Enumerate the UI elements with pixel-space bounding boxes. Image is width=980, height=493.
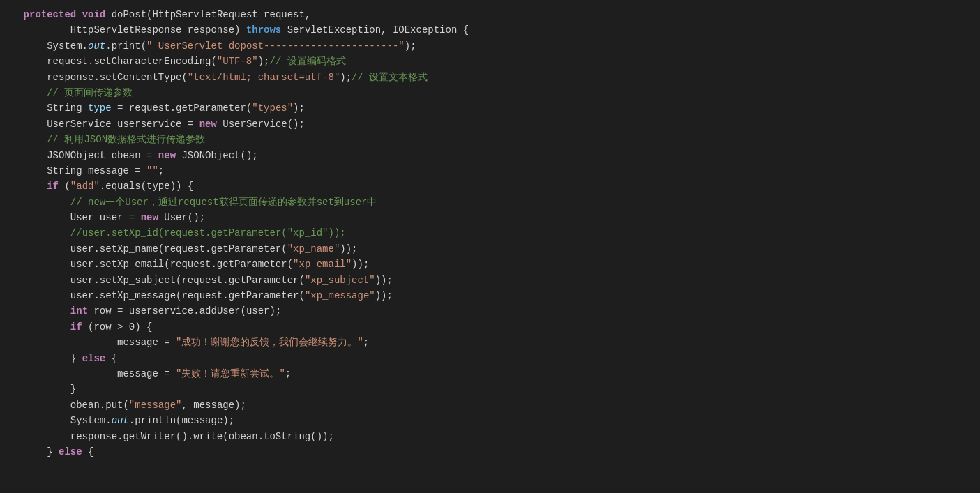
line-content: String type = request.getParameter("type… — [0, 100, 973, 116]
token: "" — [146, 165, 158, 176]
token: response.setContentType( — [0, 72, 188, 83]
code-line: // 页面间传递参数 — [0, 85, 980, 100]
token: else — [82, 353, 106, 364]
token: .print( — [105, 40, 146, 52]
token: "xp_subject" — [305, 275, 375, 286]
line-content: System.out.println(message); — [0, 413, 973, 428]
token: "add" — [70, 181, 100, 192]
token: new — [158, 150, 176, 161]
line-content: UserService userservice = new UserServic… — [0, 116, 973, 132]
code-line: obean.put("message", message); — [0, 397, 980, 413]
token: } — [0, 384, 76, 395]
code-line: message = "失败！请您重新尝试。"; — [0, 366, 980, 381]
token: } — [0, 353, 82, 364]
code-line: user.setXp_subject(request.getParameter(… — [0, 273, 980, 288]
token: )); — [340, 243, 357, 255]
code-line: message = "成功！谢谢您的反馈，我们会继续努力。"; — [0, 335, 980, 350]
line-content: request.setCharacterEncoding("UTF-8");//… — [0, 54, 973, 69]
token: response.getWriter().write(obean.toStrin… — [0, 431, 334, 442]
code-line: //user.setXp_id(request.getParameter("xp… — [0, 225, 980, 241]
line-content: user.setXp_subject(request.getParameter(… — [0, 273, 973, 288]
token: type — [88, 103, 112, 114]
line-content: int row = userservice.addUser(user); — [0, 303, 973, 319]
token: // 页面间传递参数 — [47, 87, 133, 98]
token: // new一个User，通过request获得页面传递的参数并set到user… — [70, 197, 377, 208]
line-content: if ("add".equals(type)) { — [0, 179, 973, 194]
token: )); — [352, 259, 369, 270]
token: HttpServletResponse response) — [0, 24, 246, 36]
code-line: user.setXp_name(request.getParameter("xp… — [0, 241, 980, 257]
token: if — [47, 181, 59, 192]
line-content: } else { — [0, 444, 973, 460]
token: else — [59, 446, 82, 457]
line-content: JSONObject obean = new JSONObject(); — [0, 148, 973, 163]
line-content: System.out.print(" UserServlet dopost---… — [0, 38, 973, 54]
token: user.setXp_email(request.getParameter( — [0, 259, 293, 270]
token — [0, 227, 70, 238]
token: JSONObject(); — [176, 150, 258, 161]
token: UserService userservice = — [0, 119, 199, 130]
code-line: HttpServletResponse response) throws Ser… — [0, 22, 980, 38]
line-content: User user = new User(); — [0, 210, 973, 225]
token: protected — [24, 9, 77, 20]
token: ServletException, IOException { — [281, 24, 469, 36]
line-content: user.setXp_message(request.getParameter(… — [0, 288, 973, 303]
code-line: protected void doPost(HttpServletRequest… — [0, 7, 980, 22]
token: row = userservice.addUser(user); — [88, 305, 281, 317]
token: JSONObject obean = — [0, 150, 158, 161]
line-content: // 利用JSON数据格式进行传递参数 — [0, 132, 973, 147]
token: "text/html; charset=utf-8" — [188, 72, 340, 83]
token: "失败！请您重新尝试。" — [176, 368, 285, 379]
code-line: JSONObject obean = new JSONObject(); — [0, 148, 980, 163]
token — [0, 87, 47, 98]
code-line: UserService userservice = new UserServic… — [0, 116, 980, 132]
token: } — [0, 446, 59, 457]
code-line: } — [0, 381, 980, 397]
code-line: } else { — [0, 351, 980, 366]
token: user.setXp_message(request.getParameter( — [0, 290, 305, 301]
line-content: message = "失败！请您重新尝试。"; — [0, 366, 973, 381]
token: ; — [158, 165, 164, 176]
token: , message); — [181, 400, 246, 411]
line-content: HttpServletResponse response) throws Ser… — [0, 22, 973, 38]
code-line: request.setCharacterEncoding("UTF-8");//… — [0, 54, 980, 69]
code-line: user.setXp_email(request.getParameter("x… — [0, 257, 980, 272]
token: ); — [258, 56, 270, 67]
line-content: user.setXp_name(request.getParameter("xp… — [0, 241, 973, 257]
token: // 设置文本格式 — [352, 72, 428, 83]
token: ); — [340, 72, 352, 83]
line-content: //user.setXp_id(request.getParameter("xp… — [0, 225, 973, 241]
token: (row > 0) { — [82, 321, 153, 333]
token: { — [105, 353, 117, 364]
code-line: User user = new User(); — [0, 210, 980, 225]
code-line: // new一个User，通过request获得页面传递的参数并set到user… — [0, 195, 980, 210]
code-line: user.setXp_message(request.getParameter(… — [0, 288, 980, 303]
token: .equals(type)) { — [100, 181, 193, 192]
token: void — [82, 9, 106, 20]
token: user.setXp_subject(request.getParameter( — [0, 275, 305, 286]
token: User(); — [158, 212, 205, 223]
token: // 设置编码格式 — [269, 56, 345, 67]
token: throws — [246, 24, 281, 36]
token: new — [141, 212, 158, 223]
token: "UTF-8" — [217, 56, 258, 67]
token: "xp_name" — [287, 243, 340, 255]
token — [0, 181, 47, 192]
token: out — [112, 415, 129, 426]
token: { — [82, 446, 94, 457]
token: ; — [363, 337, 369, 348]
code-line: response.setContentType("text/html; char… — [0, 70, 980, 85]
token: ); — [405, 40, 416, 52]
token: String — [0, 103, 88, 114]
line-content: response.setContentType("text/html; char… — [0, 70, 973, 85]
line-content: if (row > 0) { — [0, 319, 973, 335]
line-content: message = "成功！谢谢您的反馈，我们会继续努力。"; — [0, 335, 973, 350]
code-line: int row = userservice.addUser(user); — [0, 303, 980, 319]
token: ( — [59, 181, 70, 192]
token: System. — [0, 415, 112, 426]
token: message = — [0, 368, 176, 379]
token: = request.getParameter( — [112, 103, 252, 114]
token: .println(message); — [129, 415, 234, 426]
token: " UserServlet dopost--------------------… — [146, 40, 405, 52]
token — [0, 134, 47, 145]
